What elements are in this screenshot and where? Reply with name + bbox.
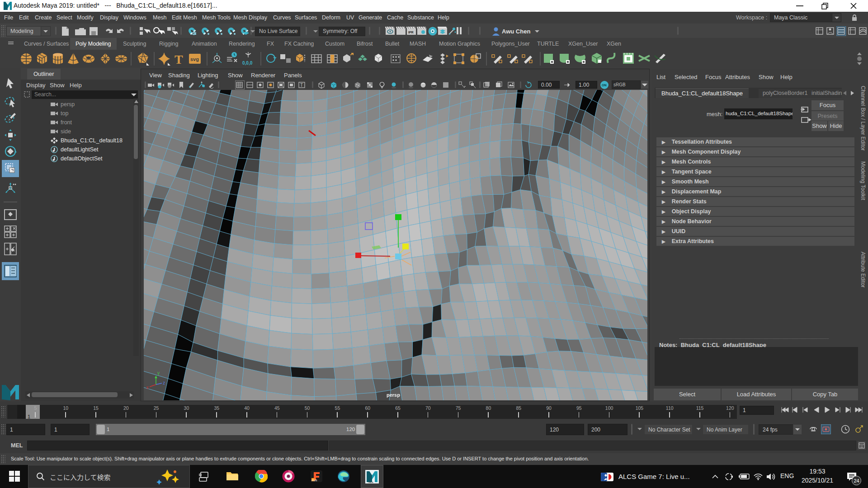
svg-text:ON: ON xyxy=(602,84,607,87)
svg-text:0,0,0: 0,0,0 xyxy=(242,61,253,66)
svg-text:FUS: FUS xyxy=(312,479,317,482)
svg-text:T: T xyxy=(300,83,303,88)
svg-text:IPR: IPR xyxy=(408,31,414,34)
svg-text:T: T xyxy=(175,52,183,66)
svg-text:svg: svg xyxy=(190,56,199,62)
svg-text:MAYA: MAYA xyxy=(368,481,373,483)
